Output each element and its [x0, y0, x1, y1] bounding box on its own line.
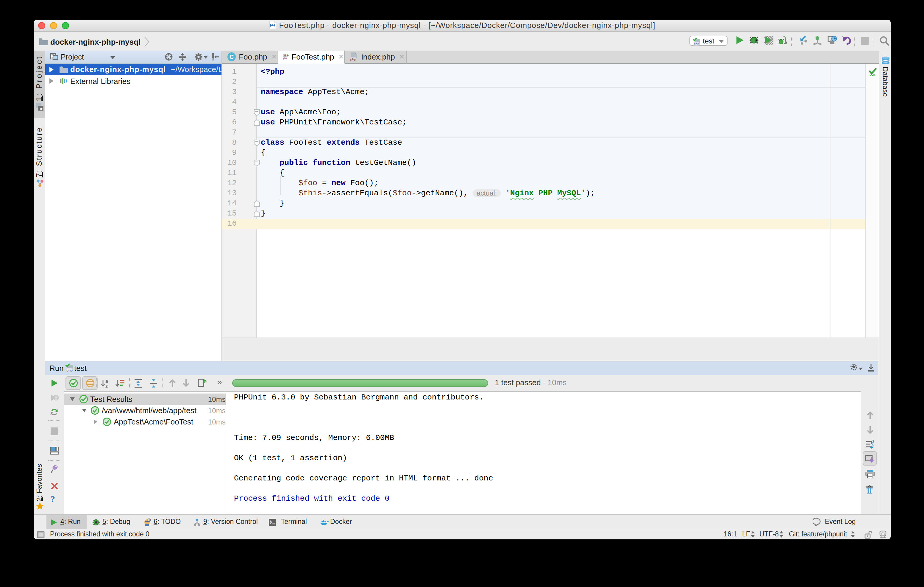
svg-text:php: php: [350, 58, 356, 61]
svg-text:php: php: [693, 42, 699, 45]
svg-text:z: z: [106, 383, 108, 388]
svg-text:php: php: [283, 58, 287, 60]
svg-text:a: a: [106, 378, 108, 383]
svg-text:php: php: [66, 369, 73, 372]
